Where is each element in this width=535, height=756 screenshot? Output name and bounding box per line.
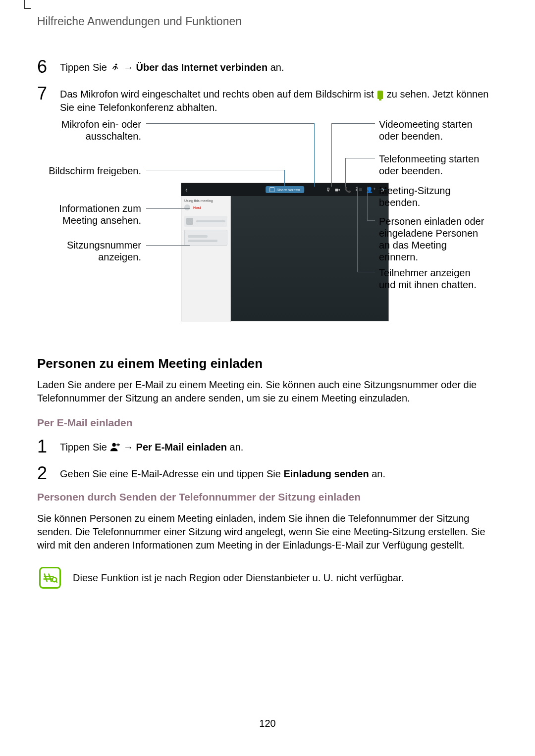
callout-line xyxy=(146,208,190,209)
page-content: Hilfreiche Anwendungen und Funktionen 6 … xyxy=(37,15,498,592)
page-number: 120 xyxy=(0,718,535,729)
callout-line xyxy=(314,123,315,187)
annotated-screenshot-diagram: ‹ Share screen 🎙 ■• 📞 ⠇≡ 👤⁺ ➲ Using this… xyxy=(42,123,488,336)
arrow: → xyxy=(123,62,133,73)
callout-line xyxy=(345,158,346,187)
callout-video: Videomeeting starten oder beenden. xyxy=(379,118,488,142)
step6-text-c: an. xyxy=(270,62,284,73)
step6-bold: Über das Internet verbinden xyxy=(136,62,268,73)
callout-line xyxy=(357,187,358,272)
callout-line xyxy=(146,170,285,170)
step-number: 1 xyxy=(37,438,50,455)
email-step1-bold: Per E-Mail einladen xyxy=(136,442,227,453)
callout-line xyxy=(146,123,315,124)
page-header: Hilfreiche Anwendungen und Funktionen xyxy=(37,15,498,28)
section-intro: Laden Sie andere per E-Mail zu einem Mee… xyxy=(37,378,498,405)
toolbar-right-icons: 🎙 ■• 📞 ⠇≡ 👤⁺ ➲ xyxy=(325,187,384,193)
avatar-dot xyxy=(184,204,190,210)
section-heading: Personen zu einem Meeting einladen xyxy=(37,356,498,371)
meeting-screenshot: ‹ Share screen 🎙 ■• 📞 ⠇≡ 👤⁺ ➲ Using this… xyxy=(181,183,389,321)
callout-line xyxy=(146,245,190,246)
video-icon: ■• xyxy=(335,187,340,193)
callout-phone: Telefonmeeting starten oder beenden. xyxy=(379,153,488,177)
callout-invite: Personen einladen oder eingeladene Perso… xyxy=(379,215,488,263)
email-step2-c: an. xyxy=(372,468,385,479)
step-body: Tippen Sie → Per E-Mail einladen an. xyxy=(60,438,243,454)
email-step1-a: Tippen Sie xyxy=(60,442,109,453)
phone-icon: 📞 xyxy=(344,187,351,193)
participants-icon: ⠇≡ xyxy=(355,187,362,193)
step-number: 7 xyxy=(37,85,50,102)
step-body: Tippen Sie → Über das Internet verbinden… xyxy=(60,58,284,74)
callout-end: Meeting-Sitzung beenden. xyxy=(379,185,488,208)
email-step2-bold: Einladung senden xyxy=(283,468,369,479)
mic-icon: 🎙 xyxy=(325,187,331,193)
subsection-phone-heading: Personen durch Senden der Telefonnummer … xyxy=(37,491,498,503)
note-icon xyxy=(39,567,61,589)
sidebar-title: Using this meeting xyxy=(184,199,227,202)
step-body: Das Mikrofon wird eingeschaltet und rech… xyxy=(60,85,498,114)
callout-line xyxy=(357,272,375,272)
email-step2-a: Geben Sie eine E-Mail-Adresse ein und ti… xyxy=(60,468,283,479)
sidebar-info-row xyxy=(184,216,227,227)
email-step-1: 1 Tippen Sie → Per E-Mail einladen an. xyxy=(37,438,498,455)
add-person-icon xyxy=(109,442,120,453)
step-6: 6 Tippen Sie → Über das Internet verbind… xyxy=(37,58,498,76)
step6-text-a: Tippen Sie xyxy=(60,62,109,73)
callout-line xyxy=(367,220,375,221)
share-screen-pill: Share screen xyxy=(266,186,304,193)
step-number: 6 xyxy=(37,58,50,76)
step7-text-a: Das Mikrofon wird eingeschaltet und rech… xyxy=(60,89,376,100)
arrow: → xyxy=(123,442,133,453)
svg-point-1 xyxy=(112,443,116,447)
subsection-email-heading: Per E-Mail einladen xyxy=(37,417,498,429)
callout-session-no: Sitzungsnummer anzeigen. xyxy=(42,239,141,263)
callout-share: Bildschirm freigeben. xyxy=(42,165,141,177)
note-box: Diese Funktion ist je nach Region oder D… xyxy=(37,564,498,592)
info-line xyxy=(196,220,225,222)
host-badge: Host xyxy=(193,206,201,209)
callout-line xyxy=(331,123,375,124)
step-body: Geben Sie eine E-Mail-Adresse ein und ti… xyxy=(60,464,385,481)
callout-line xyxy=(345,158,375,158)
mic-on-icon xyxy=(377,91,383,99)
phone-invite-body: Sie können Personen zu einem Meeting ein… xyxy=(37,512,498,552)
callout-mic: Mikrofon ein- oder ausschalten. xyxy=(42,118,141,142)
callout-line xyxy=(284,170,285,187)
step-7: 7 Das Mikrofon wird eingeschaltet und re… xyxy=(37,85,498,114)
page-corner-decoration xyxy=(24,0,31,9)
sidebar-session-box xyxy=(184,230,227,246)
note-text: Diese Funktion ist je nach Region oder D… xyxy=(73,572,404,584)
email-step-2: 2 Geben Sie eine E-Mail-Adresse ein und … xyxy=(37,464,498,482)
info-thumb xyxy=(186,218,193,225)
screenshot-sidebar: Using this meeting Host xyxy=(181,196,231,322)
running-man-icon xyxy=(109,62,120,73)
callout-info: Informationen zum Meeting ansehen. xyxy=(42,202,141,226)
email-step1-c: an. xyxy=(230,442,244,453)
step-number: 2 xyxy=(37,464,50,482)
callout-line xyxy=(367,187,368,220)
invite-icon: 👤⁺ xyxy=(366,187,376,193)
svg-point-0 xyxy=(115,64,117,66)
callout-participants-chat: Teilnehmer anzeigen und mit ihnen chatte… xyxy=(379,267,488,291)
callout-line xyxy=(331,123,332,187)
back-chevron-icon: ‹ xyxy=(185,186,188,194)
